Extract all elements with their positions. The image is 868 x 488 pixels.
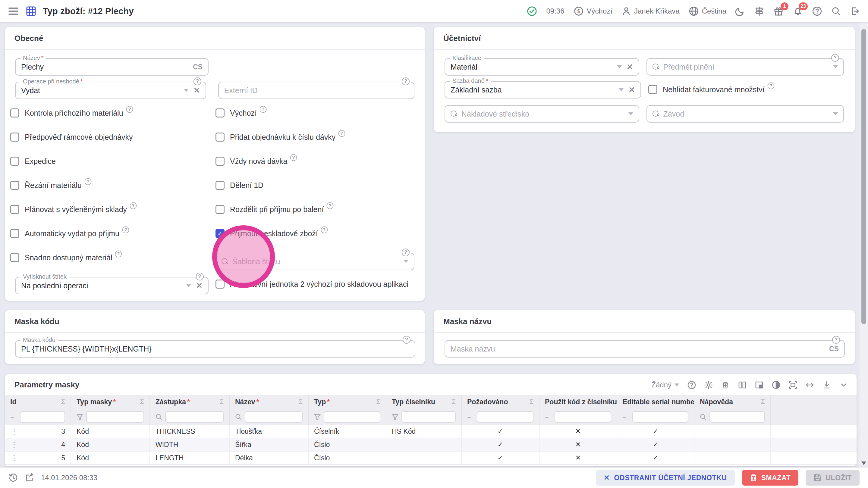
filter-input[interactable]: [555, 411, 611, 423]
logout-icon[interactable]: [850, 6, 860, 16]
label-template-search-select[interactable]: Šablona štítku ?: [216, 253, 414, 270]
checkbox-row[interactable]: Snadno dostupný materiál?: [10, 253, 216, 262]
checkbox-row[interactable]: Plánovat s vyčleněnými sklady?: [10, 204, 216, 214]
aggregate-sigma-icon[interactable]: Σ: [59, 398, 65, 406]
filter-equals-icon[interactable]: =: [467, 413, 474, 421]
checkbox[interactable]: ✓: [216, 229, 224, 238]
column-header-editable-serial-number[interactable]: Editable serial numberΣ: [617, 395, 694, 409]
field-help-icon[interactable]: ?: [831, 54, 839, 62]
filter-input[interactable]: [20, 411, 65, 423]
checkbox[interactable]: [10, 253, 19, 262]
clear-icon[interactable]: ✕: [196, 282, 203, 290]
field-help-icon[interactable]: ?: [832, 336, 840, 344]
checkbox-row[interactable]: ✓Přijmout neskladové zboží?: [216, 229, 414, 238]
dark-mode-icon[interactable]: [735, 6, 745, 16]
checkbox[interactable]: [216, 133, 224, 141]
checkbox[interactable]: [10, 205, 19, 214]
table-row[interactable]: ⋮3KódTHICKNESSTloušťkaČíselníkHS Kód✓✕✓: [5, 425, 857, 438]
menu-icon[interactable]: [8, 7, 18, 15]
checkbox-row[interactable]: Expedice: [10, 156, 216, 166]
filter-search-icon[interactable]: [156, 414, 162, 420]
checkbox-row[interactable]: Přidat objednávku k číslu dávky?: [216, 132, 414, 142]
filter-input[interactable]: [324, 411, 380, 423]
checkbox-row[interactable]: Automaticky vydat po příjmu?: [10, 229, 216, 238]
dropdown-caret-icon[interactable]: [628, 112, 633, 116]
checkbox[interactable]: [10, 229, 19, 238]
clear-icon[interactable]: ✕: [628, 86, 635, 94]
filter-equals-icon[interactable]: =: [10, 413, 17, 421]
language-switcher[interactable]: Čeština: [689, 6, 726, 16]
code-mask-field[interactable]: Maska kódu PL {THICKNESS} {WIDTH}x{LENGT…: [15, 340, 415, 358]
print-label-select[interactable]: Vytisknout štítek Na poslední operaci ✕ …: [15, 277, 209, 294]
table-visibility-icon[interactable]: [772, 381, 781, 390]
filter-input[interactable]: [477, 411, 533, 423]
checkbox[interactable]: [216, 280, 224, 289]
aggregate-sigma-icon[interactable]: Σ: [449, 398, 456, 406]
name-field[interactable]: Název* Plechy CS: [15, 58, 209, 76]
checkbox[interactable]: [648, 85, 657, 94]
row-menu-kebab-icon[interactable]: ⋮: [10, 455, 18, 461]
checkbox[interactable]: [10, 181, 19, 190]
row-menu-kebab-icon[interactable]: ⋮: [10, 442, 18, 448]
checkbox-help-icon[interactable]: ?: [321, 227, 328, 233]
table-layout-icon[interactable]: [755, 381, 764, 390]
notifications-bell-icon[interactable]: 23: [793, 6, 803, 16]
filter-input[interactable]: [401, 411, 456, 423]
table-row[interactable]: ⋮4KódWIDTHŠířkaČíslo✓✕✓: [5, 438, 857, 452]
dropdown-caret-icon[interactable]: [184, 89, 189, 92]
filter-input[interactable]: [710, 411, 765, 423]
checkbox[interactable]: [10, 133, 19, 141]
restore-icon[interactable]: [25, 473, 34, 483]
dropdown-caret-icon[interactable]: [833, 112, 838, 116]
checkbox[interactable]: [216, 157, 224, 166]
guide-signpost-icon[interactable]: [754, 6, 764, 16]
clear-icon[interactable]: ✕: [627, 63, 633, 71]
table-fit-screen-icon[interactable]: [788, 381, 798, 390]
dropdown-caret-icon[interactable]: [186, 284, 191, 287]
scrollbar-thumb[interactable]: [861, 29, 866, 324]
checkbox-row[interactable]: Předpověď rámcové objednávky: [10, 132, 216, 142]
checkbox-help-icon[interactable]: ?: [115, 251, 122, 258]
whats-new-gift-icon[interactable]: 1: [773, 6, 784, 16]
table-columns-icon[interactable]: [738, 381, 747, 390]
checkbox-help-icon[interactable]: ?: [259, 106, 267, 113]
field-help-icon[interactable]: ?: [402, 249, 410, 256]
table-export-icon[interactable]: [822, 381, 831, 390]
cost-center-search-select[interactable]: Nákladové středisko: [444, 105, 639, 123]
field-help-icon[interactable]: ?: [193, 77, 201, 85]
table-autosize-icon[interactable]: [805, 381, 814, 390]
dropdown-caret-icon[interactable]: [617, 65, 622, 68]
field-help-icon[interactable]: ?: [402, 77, 410, 85]
column-header-typ-masky[interactable]: Typ masky*Σ: [71, 395, 150, 409]
checkbox-help-icon[interactable]: ?: [327, 202, 334, 209]
column-header-n-zev[interactable]: Název*Σ: [230, 395, 309, 409]
dropdown-caret-icon[interactable]: [833, 65, 838, 68]
checkbox-help-icon[interactable]: ?: [126, 106, 133, 113]
filter-input[interactable]: [245, 411, 303, 423]
checkbox-row[interactable]: Dělení 1D: [216, 181, 414, 190]
table-help-icon[interactable]: [687, 381, 696, 390]
filter-funnel-icon[interactable]: [314, 414, 321, 420]
dropdown-caret-icon[interactable]: [404, 260, 408, 263]
save-button[interactable]: ULOŽIT: [806, 470, 860, 486]
filter-funnel-icon[interactable]: [76, 414, 83, 420]
name-mask-field[interactable]: Maska názvu CS ?: [444, 340, 845, 358]
checkbox-row[interactable]: Kontrola příchozího materiálu?: [10, 108, 216, 118]
field-help-icon[interactable]: ?: [403, 336, 410, 344]
filter-search-icon[interactable]: [235, 414, 242, 420]
checkbox-row[interactable]: Řezání materiálu?: [10, 181, 216, 190]
column-header-id[interactable]: IdΣ: [5, 395, 71, 409]
alt-unit-checkbox-row[interactable]: Alternativní jednotka 2 výchozí pro skla…: [216, 279, 414, 289]
column-header-po-adov-no[interactable]: PožadovánoΣ: [462, 395, 539, 409]
aggregate-sigma-icon[interactable]: Σ: [527, 398, 533, 406]
clear-icon[interactable]: ✕: [193, 87, 200, 94]
checkbox[interactable]: [216, 205, 224, 214]
mismatch-operation-select[interactable]: Operace při neshodě* Vydat ✕ ?: [15, 82, 206, 99]
checkbox[interactable]: [216, 108, 224, 118]
delete-button[interactable]: SMAZAT: [742, 470, 799, 486]
filter-equals-icon[interactable]: =: [623, 413, 629, 421]
column-header-pou-t-k-d-z-seln-ku[interactable]: Použít kód z číselníkuΣ: [539, 395, 617, 409]
column-header-typ[interactable]: Typ*Σ: [309, 395, 386, 409]
checkbox[interactable]: [10, 157, 19, 166]
history-icon[interactable]: [8, 473, 18, 483]
